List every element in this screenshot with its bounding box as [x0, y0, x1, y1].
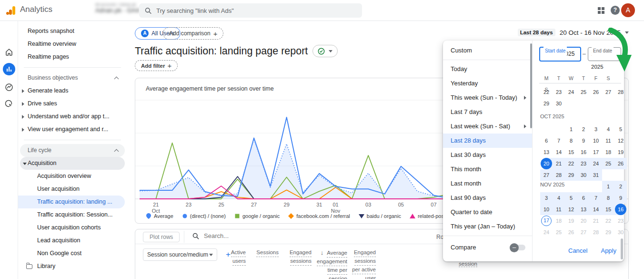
day-22[interactable]: 22: [565, 158, 577, 169]
day-25[interactable]: 25: [553, 227, 565, 238]
day-25[interactable]: 25: [577, 86, 590, 98]
sidebar-item-drive-sales[interactable]: Drive sales: [18, 97, 125, 110]
day-8[interactable]: 8: [602, 192, 614, 204]
day-26[interactable]: 26: [614, 158, 627, 169]
day-23[interactable]: 23: [577, 158, 590, 169]
sidebar-item-lead-acquisition[interactable]: Lead acquisition: [18, 234, 125, 247]
preset-last-90-days[interactable]: Last 90 days: [443, 191, 532, 205]
day-3[interactable]: 3: [540, 192, 553, 204]
day-14[interactable]: 14: [590, 204, 602, 215]
preset-this-month[interactable]: This month: [443, 162, 532, 176]
day-6[interactable]: 6: [540, 135, 553, 146]
home-icon[interactable]: [5, 48, 13, 56]
menu-scrollbar[interactable]: [530, 43, 532, 128]
sidebar-item-user-acquisition[interactable]: User acquisition: [18, 183, 125, 196]
day-12[interactable]: 12: [565, 204, 577, 215]
day-13[interactable]: 13: [540, 146, 553, 158]
day-25[interactable]: 25: [602, 158, 614, 169]
preset-last-7-days[interactable]: Last 7 days: [443, 105, 532, 119]
sidebar-item-realtime-overview[interactable]: Realtime overview: [18, 38, 125, 51]
day-11[interactable]: 11: [553, 204, 565, 215]
dialog-scrollbar[interactable]: [621, 238, 623, 259]
day-27[interactable]: 27: [602, 86, 614, 98]
explore-icon[interactable]: [5, 83, 13, 92]
day-19[interactable]: 19: [614, 146, 627, 158]
day-4[interactable]: 4: [553, 192, 565, 204]
apps-grid-icon[interactable]: [598, 7, 604, 14]
sidebar-item-understand-web-and-or-app-t[interactable]: Understand web and/or app t...: [18, 110, 125, 123]
day-21[interactable]: 21: [590, 215, 602, 227]
day-3[interactable]: 3: [590, 124, 602, 135]
day-27[interactable]: 27: [577, 227, 590, 238]
compare-toggle[interactable]: –: [511, 245, 525, 250]
day-14[interactable]: 14: [553, 146, 565, 158]
day-23[interactable]: 23: [553, 86, 565, 98]
google-analytics-logo-icon[interactable]: [6, 5, 16, 16]
day-26[interactable]: 26: [590, 86, 602, 98]
day-28[interactable]: 28: [614, 86, 627, 98]
day-29[interactable]: 29: [602, 227, 614, 238]
sidebar-item-acquisition-overview[interactable]: Acquisition overview: [18, 170, 125, 183]
day-23[interactable]: 23: [614, 215, 627, 227]
legend-item[interactable]: facebook.com / referral: [288, 213, 350, 219]
add-comparison-button[interactable]: Add comparison +: [163, 27, 223, 40]
cancel-button[interactable]: Cancel: [568, 247, 587, 254]
day-28[interactable]: 28: [553, 169, 565, 181]
reports-icon-active[interactable]: [3, 63, 15, 75]
preset-last-28-days[interactable]: Last 28 days: [443, 134, 532, 148]
sidebar-item-traffic-acquisition-session[interactable]: Traffic acquisition: Session...: [18, 208, 125, 221]
day-13[interactable]: 13: [577, 204, 590, 215]
sidebar-item-non-google-cost[interactable]: Non Google cost: [18, 247, 125, 260]
day-30[interactable]: 30: [614, 227, 627, 238]
global-search[interactable]: [139, 3, 362, 18]
day-7[interactable]: 7: [553, 135, 565, 146]
avatar[interactable]: A: [621, 3, 635, 17]
table-search[interactable]: [192, 232, 299, 239]
help-icon[interactable]: ?: [611, 6, 620, 15]
preset-quarter-to-date[interactable]: Quarter to date: [443, 205, 532, 219]
day-29[interactable]: 29: [565, 169, 577, 181]
sidebar-item-reports-snapshot[interactable]: Reports snapshot: [18, 25, 125, 38]
day-1[interactable]: 1: [602, 181, 614, 192]
day-7[interactable]: 7: [590, 192, 602, 204]
day-17[interactable]: 17: [590, 146, 602, 158]
day-10[interactable]: 10: [540, 204, 553, 215]
day-1[interactable]: 1: [565, 124, 577, 135]
day-21[interactable]: 21: [553, 158, 565, 169]
day-20[interactable]: 20: [540, 158, 553, 169]
day-9[interactable]: 9: [577, 135, 590, 146]
column-header-engaged-sessions-per-active-user[interactable]: Engagedsessionsper activeuser: [335, 248, 376, 279]
plot-rows-button[interactable]: Plot rows: [143, 232, 180, 242]
preset-last-month[interactable]: Last month: [443, 176, 532, 191]
table-search-input[interactable]: [204, 232, 299, 239]
day-30[interactable]: 30: [577, 169, 590, 181]
column-header-engaged-sessions[interactable]: Engagedsessions: [271, 248, 312, 266]
search-input[interactable]: [156, 7, 356, 14]
day-29[interactable]: 29: [540, 98, 553, 109]
legend-item[interactable]: google / organic: [234, 213, 280, 219]
day-11[interactable]: 11: [602, 135, 614, 146]
legend-item[interactable]: Average: [146, 213, 173, 219]
sidebar-item-library[interactable]: Library: [18, 260, 125, 273]
report-status-pill[interactable]: [312, 45, 338, 57]
day-5[interactable]: 5: [565, 192, 577, 204]
day-9[interactable]: 9: [614, 192, 627, 204]
day-24[interactable]: 24: [540, 227, 553, 238]
day-4[interactable]: 4: [602, 124, 614, 135]
day-30[interactable]: 30: [553, 98, 565, 109]
day-10[interactable]: 10: [590, 135, 602, 146]
preset-today[interactable]: Today: [443, 62, 532, 76]
preset-last-30-days[interactable]: Last 30 days: [443, 148, 532, 162]
start-date-field[interactable]: Start date 20 Oct 2025: [539, 47, 581, 62]
legend-item[interactable]: (direct) / (none): [182, 213, 226, 219]
sidebar-item-life-cycle[interactable]: Life cycle: [20, 144, 125, 157]
day-24[interactable]: 24: [565, 86, 577, 98]
day-31[interactable]: 31: [590, 169, 602, 181]
day-15[interactable]: 15: [602, 204, 614, 215]
day-2[interactable]: 2: [577, 124, 590, 135]
sidebar-item-business-objectives[interactable]: Business objectives: [18, 72, 125, 84]
preset-yesterday[interactable]: Yesterday: [443, 76, 532, 91]
day-24[interactable]: 24: [590, 158, 602, 169]
day-18[interactable]: 18: [602, 146, 614, 158]
day-28[interactable]: 28: [590, 227, 602, 238]
